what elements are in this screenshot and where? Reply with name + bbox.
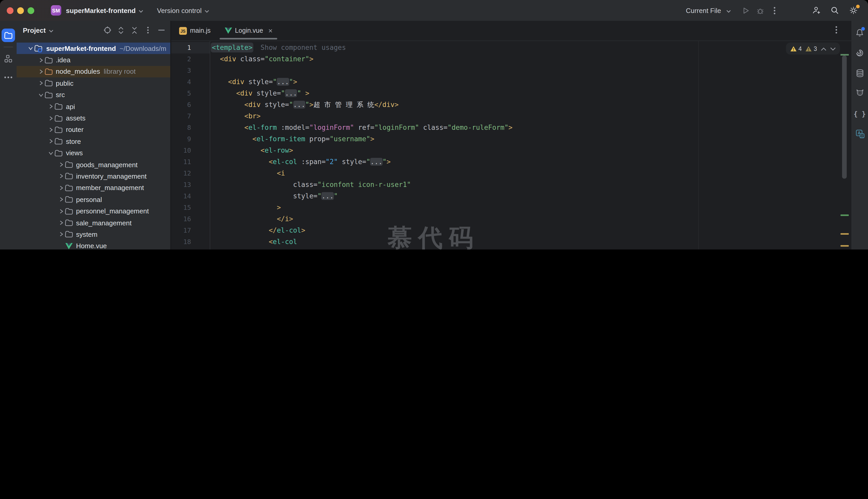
line-number: 10 xyxy=(171,145,191,156)
editor-column: JS main.js Login.vue × 1<template> Show … xyxy=(171,21,852,250)
translation-plugin-button[interactable]: A文 xyxy=(853,127,866,140)
tree-item-src[interactable]: src xyxy=(16,89,170,101)
editor-surface[interactable]: 1<template> Show component usages2 <div … xyxy=(171,41,852,250)
structure-tool-button[interactable] xyxy=(2,52,15,65)
code-line-3: 3 xyxy=(171,65,852,76)
code-line-13: 13 class="iconfont icon-r-user1" xyxy=(171,179,852,191)
add-user-button[interactable] xyxy=(809,3,823,18)
database-button[interactable] xyxy=(853,66,866,80)
project-menu[interactable]: superMarket-frontend xyxy=(66,7,136,14)
tree-item-sale-management[interactable]: sale_management xyxy=(16,217,170,229)
next-problem-button[interactable] xyxy=(830,46,836,52)
tree-item-node-modules[interactable]: node_moduleslibrary root xyxy=(16,66,170,78)
code-line-15: 15 > xyxy=(171,202,852,214)
inspection-widget[interactable]: 4 3 xyxy=(786,42,840,54)
chevron-right-icon[interactable] xyxy=(37,81,45,86)
chevron-right-icon[interactable] xyxy=(37,57,45,63)
code-line-18: 18 <el-col xyxy=(171,236,852,248)
code-line-11: 11 <el-col :span="2" style="..."> xyxy=(171,156,852,168)
folder-icon xyxy=(65,230,73,239)
chevron-right-icon[interactable] xyxy=(57,208,65,214)
window-zoom-button[interactable] xyxy=(27,7,34,14)
tab-options-button[interactable] xyxy=(835,26,838,36)
project-tool-button[interactable] xyxy=(2,28,15,42)
project-panel-title[interactable]: Project xyxy=(23,26,46,34)
ai-assistant-button[interactable] xyxy=(853,46,866,60)
chevron-right-icon[interactable] xyxy=(57,220,65,226)
chevron-right-icon[interactable] xyxy=(47,115,54,121)
chevron-down-icon[interactable] xyxy=(27,46,34,50)
chevron-right-icon[interactable] xyxy=(57,162,65,167)
tree-item-personnel-management[interactable]: personnel_management xyxy=(16,205,170,217)
chevron-down-icon[interactable] xyxy=(37,93,45,97)
tree-item-public[interactable]: public xyxy=(16,77,170,89)
project-badge: SM xyxy=(51,5,61,15)
tree-item-member-management[interactable]: member_management xyxy=(16,182,170,194)
vertical-scrollbar[interactable] xyxy=(842,56,847,179)
chevron-down-icon[interactable] xyxy=(47,151,54,155)
tree-item-label: system xyxy=(76,231,97,238)
tree-item-system[interactable]: system xyxy=(16,229,170,240)
folder-icon xyxy=(65,160,73,169)
folder-icon xyxy=(65,219,73,227)
chevron-right-icon[interactable] xyxy=(57,185,65,191)
chevron-right-icon[interactable] xyxy=(47,104,54,109)
panel-options-button[interactable] xyxy=(143,26,152,35)
line-number: 5 xyxy=(171,88,191,99)
tree-item-goods-management[interactable]: goods_management xyxy=(16,159,170,171)
chevron-right-icon[interactable] xyxy=(57,197,65,202)
folder-icon xyxy=(45,56,53,64)
version-control-menu[interactable]: Version control xyxy=(157,7,202,14)
chevron-right-icon[interactable] xyxy=(37,69,45,74)
chevron-right-icon[interactable] xyxy=(57,232,65,237)
tab-main-js[interactable]: JS main.js xyxy=(172,21,217,40)
more-tools-button[interactable] xyxy=(2,71,15,84)
folder-icon xyxy=(65,184,73,192)
line-number: 4 xyxy=(171,76,191,88)
tree-item-inventory-management[interactable]: inventory_management xyxy=(16,171,170,182)
expand-all-button[interactable] xyxy=(116,26,125,35)
tree-item-assets[interactable]: assets xyxy=(16,112,170,124)
run-configuration-selector[interactable]: Current File xyxy=(686,7,721,14)
more-actions-button[interactable] xyxy=(767,3,782,18)
tree-item-personal[interactable]: personal xyxy=(16,194,170,205)
close-tab-icon[interactable]: × xyxy=(269,27,273,34)
title-bar: SM superMarket-frontend Version control … xyxy=(0,0,868,21)
project-panel-header: Project xyxy=(16,21,170,39)
tab-login-vue[interactable]: Login.vue × xyxy=(217,21,279,40)
tree-item-home-vue[interactable]: Home.vue xyxy=(16,240,170,250)
chevron-right-icon[interactable] xyxy=(57,174,65,179)
window-minimize-button[interactable] xyxy=(17,7,24,14)
folder-icon xyxy=(54,114,63,122)
chevron-right-icon[interactable] xyxy=(47,139,54,144)
tab-label: main.js xyxy=(190,27,211,34)
chevron-right-icon[interactable] xyxy=(47,127,54,132)
folder-icon xyxy=(65,195,73,204)
tree-item-router[interactable]: router xyxy=(16,124,170,135)
tree-item--idea[interactable]: .idea xyxy=(16,54,170,66)
hide-panel-button[interactable] xyxy=(157,26,165,35)
tree-item-store[interactable]: store xyxy=(16,135,170,147)
tree-item-label: goods_management xyxy=(76,161,138,169)
tree-item-supermarket-frontend[interactable]: superMarket-frontend~/Downloads/m xyxy=(16,42,170,54)
tree-item-views[interactable]: views xyxy=(16,147,170,159)
svg-text:文: 文 xyxy=(860,134,864,137)
line-number: 3 xyxy=(171,65,191,76)
scrollbar-marker xyxy=(841,233,849,235)
mascot-plugin-button[interactable] xyxy=(853,86,866,100)
window-close-button[interactable] xyxy=(7,7,13,14)
notification-badge xyxy=(861,27,865,31)
tree-item-api[interactable]: api xyxy=(16,101,170,112)
prev-problem-button[interactable] xyxy=(821,46,827,52)
locate-file-button[interactable] xyxy=(103,26,112,35)
tree-item-label: inventory_management xyxy=(76,172,147,180)
collapse-all-button[interactable] xyxy=(130,26,139,35)
run-button[interactable] xyxy=(738,3,753,18)
tree-item-label: Home.vue xyxy=(76,242,107,250)
search-button[interactable] xyxy=(828,3,842,18)
debug-button[interactable] xyxy=(753,3,767,18)
settings-button[interactable] xyxy=(846,3,861,18)
json-tool-button[interactable]: { } xyxy=(853,107,866,121)
js-file-icon: JS xyxy=(179,27,187,35)
notifications-button[interactable] xyxy=(853,26,866,39)
